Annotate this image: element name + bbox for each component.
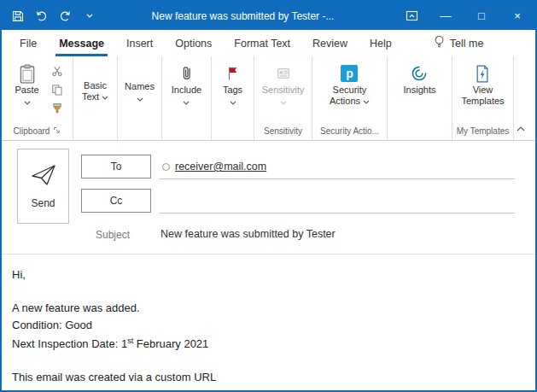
tab-file[interactable]: File: [9, 30, 48, 56]
subject-field[interactable]: New feature was submitted by Tester: [161, 228, 336, 240]
paste-label: Paste: [15, 85, 38, 96]
chevron-down-icon: [24, 98, 31, 105]
tab-options[interactable]: Options: [164, 30, 223, 56]
chevron-down-icon: [183, 98, 190, 105]
chevron-down-icon: [363, 96, 370, 106]
close-button[interactable]: ×: [499, 2, 535, 30]
redo-icon[interactable]: [59, 9, 72, 22]
presence-circle-icon: [162, 163, 170, 171]
save-icon[interactable]: [11, 9, 24, 22]
quick-access-toolbar: [2, 9, 96, 22]
tab-review[interactable]: Review: [301, 30, 359, 56]
tab-help[interactable]: Help: [359, 30, 403, 56]
body-line-inspection: Next Inspection Date: 1st February 2021: [12, 333, 525, 353]
send-button[interactable]: Send: [17, 149, 69, 224]
clipboard-small-buttons: [47, 58, 67, 125]
include-button[interactable]: Include: [168, 58, 205, 125]
body-line-greeting: Hi,: [12, 266, 525, 284]
ribbon-tab-bar: File Message Insert Options Format Text …: [2, 30, 535, 56]
templates-group-label: My Templates: [452, 125, 513, 140]
ribbon-group-clipboard: Paste Clipb: [2, 56, 73, 140]
ribbon-group-basic-text: Basic Text: [73, 56, 118, 140]
body-line-condition: Condition: Good: [12, 317, 525, 334]
ribbon-spacer: [514, 56, 535, 140]
tab-message[interactable]: Message: [48, 30, 115, 56]
chevron-down-icon: [230, 98, 236, 105]
undo-icon[interactable]: [35, 9, 48, 22]
sensitivity-group-label: Sensitivity: [254, 125, 312, 140]
flag-icon: [226, 62, 239, 85]
maximize-button[interactable]: □: [464, 2, 499, 30]
ribbon-group-security-actions: p Security Actions Security Actio...: [312, 56, 388, 140]
window-controls: — □ ×: [395, 2, 535, 30]
basic-text-button[interactable]: Basic Text: [79, 58, 112, 125]
to-field[interactable]: receiver@mail.com: [159, 155, 515, 179]
outlook-compose-window: New feature was submitted by Tester -...…: [0, 0, 537, 392]
tell-me-label: Tell me: [450, 38, 484, 50]
customize-qat-chevron-icon[interactable]: [83, 9, 96, 22]
ribbon-group-my-templates: View Templates My Templates: [452, 56, 514, 140]
ribbon-display-options-icon[interactable]: [395, 2, 428, 30]
body-line-added: A new feature was added.: [12, 300, 525, 317]
sensitivity-button[interactable]: Sensitivity: [259, 58, 308, 125]
security-actions-button[interactable]: p Security Actions: [326, 58, 373, 125]
ribbon: Paste Clipb: [2, 56, 535, 141]
tab-format-text[interactable]: Format Text: [223, 30, 301, 56]
message-body[interactable]: Hi, A new feature was added. Condition: …: [2, 255, 535, 390]
tab-insert[interactable]: Insert: [115, 30, 164, 56]
insights-button[interactable]: Insights: [400, 58, 440, 125]
format-painter-icon[interactable]: [50, 102, 65, 115]
paperclip-icon: [180, 62, 193, 85]
cc-button[interactable]: Cc: [81, 189, 151, 213]
paste-clipboard-icon: [19, 62, 36, 85]
to-button[interactable]: To: [81, 155, 151, 178]
ribbon-group-sensitivity: Sensitivity Sensitivity: [254, 56, 312, 140]
collapse-ribbon-icon[interactable]: [514, 124, 528, 134]
cut-scissors-icon[interactable]: [50, 64, 65, 78]
window-title: New feature was submitted by Tester -...: [96, 2, 390, 30]
clipboard-group-label: Clipboard: [2, 125, 73, 140]
dialog-launcher-icon[interactable]: [53, 126, 61, 136]
paste-button[interactable]: Paste: [8, 58, 47, 125]
view-templates-button[interactable]: View Templates: [458, 58, 507, 125]
sensitivity-icon: [276, 62, 291, 85]
security-logo-icon: p: [341, 62, 358, 85]
copy-icon[interactable]: [50, 83, 65, 97]
cc-field[interactable]: [159, 189, 515, 214]
lightbulb-icon: [434, 35, 445, 51]
body-line-blank: [12, 284, 525, 301]
tags-button[interactable]: Tags: [219, 58, 246, 125]
to-recipient-chip[interactable]: receiver@mail.com: [175, 161, 266, 173]
subject-label: Subject: [96, 229, 130, 241]
ribbon-group-tags: Tags: [212, 56, 254, 140]
send-label: Send: [31, 197, 55, 209]
tell-me[interactable]: Tell me: [434, 30, 484, 56]
titlebar: New feature was submitted by Tester -...…: [2, 2, 535, 30]
chevron-down-icon: [102, 91, 108, 102]
body-line-blank: [12, 353, 525, 370]
compose-header: Send To receiver@mail.com Cc Subject New…: [2, 141, 535, 255]
chevron-down-icon: [137, 95, 143, 102]
paper-plane-icon: [30, 163, 57, 190]
insights-icon: [409, 62, 429, 85]
ribbon-group-names: Names: [118, 56, 162, 140]
minimize-button[interactable]: —: [428, 2, 464, 30]
template-document-icon: [475, 62, 490, 85]
ribbon-group-include: Include: [162, 56, 212, 140]
ribbon-group-insights: Insights: [388, 56, 452, 140]
chevron-down-icon: [280, 98, 287, 105]
names-button[interactable]: Names: [121, 58, 158, 125]
body-line-footer: This email was created via a custom URL: [12, 369, 525, 386]
security-group-label: Security Actio...: [312, 125, 387, 140]
